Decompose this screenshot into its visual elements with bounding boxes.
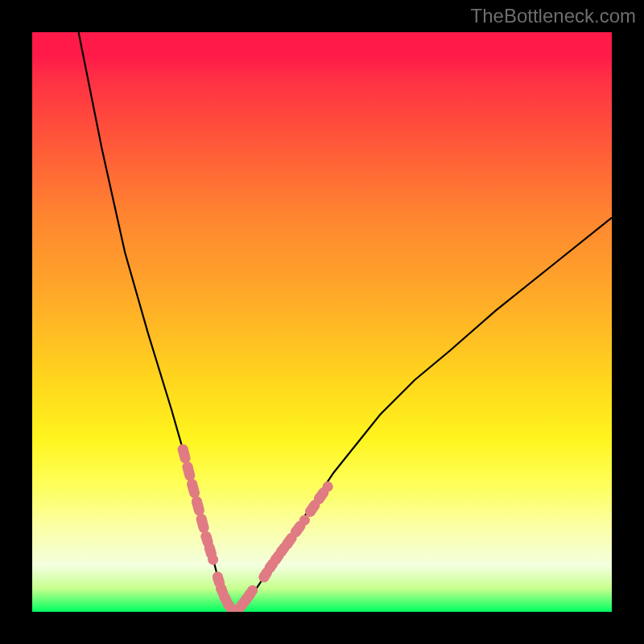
highlight-dash: [282, 547, 285, 551]
highlight-dot: [247, 585, 258, 596]
highlight-dash: [221, 588, 223, 592]
highlight-dash: [270, 564, 273, 568]
highlight-dash: [296, 526, 300, 531]
highlight-dash: [275, 555, 279, 559]
highlight-dash: [201, 519, 204, 528]
highlight-dash: [183, 449, 185, 458]
highlight-dash: [311, 506, 315, 512]
watermark: TheBottleneck.com: [471, 5, 636, 27]
highlight-dash: [192, 485, 195, 493]
highlight-dash: [188, 467, 190, 476]
highlight-dash: [319, 493, 323, 499]
highlight-dash: [206, 536, 208, 542]
highlight-dash: [287, 538, 291, 544]
highlight-dash: [197, 502, 200, 510]
curve-svg: [32, 32, 612, 612]
bottleneck-curve: [79, 32, 612, 612]
highlight-markers: [178, 444, 333, 612]
chart-frame: TheBottleneck.com: [0, 0, 644, 644]
highlight-dot: [299, 515, 310, 526]
highlight-dash: [264, 572, 267, 577]
highlight-dash: [217, 577, 219, 583]
highlight-dot: [323, 481, 333, 492]
highlight-dot: [208, 555, 218, 565]
highlight-dash: [209, 548, 211, 554]
plot-area: [32, 32, 612, 612]
